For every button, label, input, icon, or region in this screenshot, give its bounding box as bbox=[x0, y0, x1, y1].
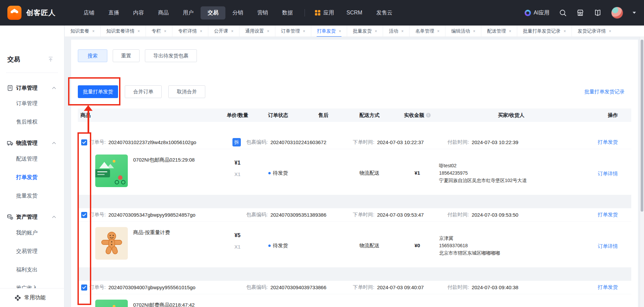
nav-item-content[interactable]: 内容 bbox=[126, 6, 151, 19]
tab-close-icon[interactable]: × bbox=[375, 29, 377, 34]
package-number: 20240703094039733866 bbox=[270, 284, 326, 290]
sidebar-item-order-management[interactable]: 订单管理 bbox=[0, 99, 64, 107]
order-status: 待发货 bbox=[273, 170, 288, 176]
print-ship-link[interactable]: 打单发货 bbox=[598, 212, 631, 218]
merge-orders-button[interactable]: 合并订单 bbox=[125, 85, 162, 98]
order-checkbox[interactable] bbox=[81, 139, 87, 145]
tab-close-icon[interactable]: × bbox=[401, 29, 404, 34]
cancel-merge-button[interactable]: 取消合并 bbox=[168, 85, 205, 98]
sidebar-item-print-ship[interactable]: 打单发货 bbox=[0, 173, 64, 181]
tab-edit-activity[interactable]: 编辑活动× bbox=[445, 26, 481, 37]
search-button[interactable]: 搜索 bbox=[78, 49, 107, 62]
reset-button[interactable]: 重置 bbox=[113, 49, 140, 62]
product-title: 0702NI邮费商品0218:47:42 bbox=[133, 300, 195, 307]
sidebar-item-delivery-management[interactable]: 配送管理 bbox=[0, 155, 64, 163]
order-product-row: 0702NI包邮商品0215:29:08 ¥1X1 待发货 物流配送 ¥1 嘭t… bbox=[78, 149, 631, 195]
tab-roster-management[interactable]: 名单管理× bbox=[409, 26, 445, 37]
col-product: 商品 bbox=[78, 112, 222, 119]
sidebar-divider bbox=[6, 73, 58, 73]
tab-close-icon[interactable]: × bbox=[164, 29, 166, 34]
nav-item-live[interactable]: 直播 bbox=[101, 6, 126, 19]
brand[interactable]: 创客匠人 bbox=[0, 6, 56, 20]
common-functions-icon bbox=[15, 295, 21, 301]
package-number: 20240703102241603672 bbox=[270, 139, 326, 145]
buyer-name: 京津冀 bbox=[439, 234, 583, 242]
tab-close-icon[interactable]: × bbox=[564, 29, 566, 34]
tab-batch-ship[interactable]: 批量发货× bbox=[347, 26, 383, 37]
tab-close-icon[interactable]: × bbox=[303, 29, 305, 34]
nav-item-apps[interactable]: 应用 bbox=[310, 6, 339, 19]
info-icon[interactable]: i bbox=[426, 113, 431, 118]
print-ship-link[interactable]: 打单发货 bbox=[598, 284, 631, 291]
sidebar-item-welfare-expense[interactable]: 福利支出 bbox=[0, 266, 64, 274]
sidebar-item-batch-ship[interactable]: 批量发货 bbox=[0, 192, 64, 200]
package-number: 20240703095351389386 bbox=[270, 212, 326, 218]
order-detail-link[interactable]: 订单详情 bbox=[598, 171, 618, 176]
product-title: 商品-按重量计费 bbox=[133, 227, 170, 236]
tab-knowledge-package-detail[interactable]: 知识套餐详情× bbox=[100, 26, 146, 37]
unit-price: ¥5 bbox=[222, 232, 253, 238]
chevron-down-icon[interactable] bbox=[633, 12, 636, 14]
order-checkbox[interactable] bbox=[81, 284, 87, 291]
order-time: 2024-07-03 09:53:47 bbox=[377, 212, 424, 218]
sidebar-group-assets[interactable]: 资产管理 bbox=[0, 213, 64, 221]
tab-delivery-management[interactable]: 配送管理× bbox=[481, 26, 517, 37]
nav-item-users[interactable]: 用户 bbox=[176, 6, 201, 19]
nav-item-marketing[interactable]: 营销 bbox=[250, 6, 275, 19]
scrollbar-thumb[interactable] bbox=[641, 40, 643, 212]
tab-open-course[interactable]: 公开课× bbox=[208, 26, 239, 37]
buyer-phone: 18564235975 bbox=[439, 169, 583, 177]
tab-column-detail[interactable]: 专栏详情× bbox=[172, 26, 208, 37]
nav-item-distribution[interactable]: 分销 bbox=[225, 6, 250, 19]
collapse-sidebar-icon[interactable] bbox=[47, 56, 54, 62]
col-price-qty: 单价/数量 bbox=[222, 112, 253, 119]
tab-close-icon[interactable]: × bbox=[231, 29, 233, 34]
sidebar-item-after-sale[interactable]: 售后维权 bbox=[0, 118, 64, 126]
tab-order-management[interactable]: 订单管理× bbox=[275, 26, 311, 37]
tab-close-icon[interactable]: × bbox=[509, 29, 511, 34]
product-title: 0702NI包邮商品0215:29:08 bbox=[133, 155, 195, 163]
tab-batch-print-records[interactable]: 批量打单发货记录× bbox=[517, 26, 572, 37]
sidebar-item-trade-management[interactable]: 交易管理 bbox=[0, 247, 64, 255]
tab-close-icon[interactable]: × bbox=[609, 29, 611, 34]
sidebar-footer-common-functions[interactable]: 常用功能 bbox=[0, 288, 64, 307]
tab-ship-record-detail[interactable]: 发货记录详情× bbox=[572, 26, 617, 37]
buyer-info: 京津冀 15659370618 北京市市辖区东城区嘟嘟嘟嘟 bbox=[439, 222, 583, 267]
ai-app-entry[interactable]: AI应用 bbox=[525, 9, 549, 16]
export-packages-button[interactable]: 导出待发货包裹 bbox=[145, 49, 197, 62]
order-checkbox[interactable] bbox=[81, 212, 87, 218]
tab-close-icon[interactable]: × bbox=[92, 29, 95, 34]
tab-close-icon[interactable]: × bbox=[200, 29, 202, 34]
vertical-scrollbar[interactable] bbox=[640, 37, 644, 307]
order-detail-link[interactable]: 订单详情 bbox=[598, 243, 618, 249]
storefront-icon[interactable] bbox=[576, 9, 584, 17]
print-ship-link[interactable]: 打单发货 bbox=[598, 139, 631, 145]
tab-close-icon[interactable]: × bbox=[339, 29, 341, 34]
batch-print-records-link[interactable]: 批量打单发货记录 bbox=[584, 89, 625, 95]
nav-item-scrm[interactable]: SCRM bbox=[339, 7, 369, 19]
nav-item-trade[interactable]: 交易 bbox=[201, 6, 225, 19]
sidebar-group-logistics[interactable]: 物流管理 bbox=[0, 139, 64, 147]
tab-print-ship[interactable]: 打单发货× bbox=[311, 26, 347, 37]
tab-activity[interactable]: 活动× bbox=[383, 26, 409, 37]
search-icon[interactable] bbox=[559, 9, 567, 17]
book-icon[interactable] bbox=[594, 9, 602, 17]
sidebar-group-order-management[interactable]: 订单管理 bbox=[0, 84, 64, 92]
tab-knowledge-package[interactable]: 知识套餐× bbox=[64, 26, 100, 37]
nav-item-goods[interactable]: 商品 bbox=[151, 6, 176, 19]
batch-print-ship-button[interactable]: 批量打单发货 bbox=[78, 85, 118, 98]
nav-item-store[interactable]: 店铺 bbox=[76, 6, 101, 19]
tab-close-icon[interactable]: × bbox=[437, 29, 439, 34]
nav-item-sale-cloud[interactable]: 发售云 bbox=[369, 6, 399, 19]
tab-general-settings[interactable]: 通用设置× bbox=[239, 26, 275, 37]
tab-column[interactable]: 专栏× bbox=[146, 26, 172, 37]
user-avatar[interactable] bbox=[611, 7, 623, 19]
sidebar-item-my-account[interactable]: 我的账户 bbox=[0, 229, 64, 237]
tab-close-icon[interactable]: × bbox=[473, 29, 475, 34]
nav-item-data[interactable]: 数据 bbox=[275, 6, 300, 19]
col-after-sale: 售后 bbox=[303, 112, 343, 119]
tab-close-icon[interactable]: × bbox=[138, 29, 140, 34]
tab-close-icon[interactable]: × bbox=[267, 29, 269, 34]
chevron-up-icon bbox=[52, 216, 56, 218]
buyer-name: 嘭test02 bbox=[439, 162, 583, 169]
